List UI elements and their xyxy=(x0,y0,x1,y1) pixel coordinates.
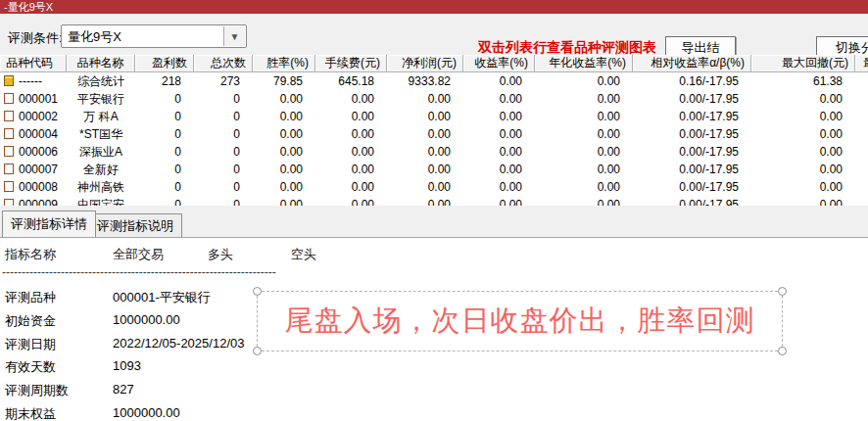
chevron-down-icon: ▼ xyxy=(230,31,240,42)
stock-doc-icon xyxy=(4,146,14,157)
detail-value: 000001-平安银行 xyxy=(113,289,211,306)
table-row-clipped[interactable]: 000009 中国宝安 0 0 0.00 0.00 0.00 0.00 0.00… xyxy=(0,196,868,206)
detail-value: 1093 xyxy=(113,358,141,373)
table-row[interactable]: 000008 神州高铁 0 0 0.00 0.00 0.00 0.00 0.00… xyxy=(0,178,868,196)
detail-col-all-trades: 全部交易 xyxy=(113,246,164,263)
column-header-return[interactable]: 收益率(%) xyxy=(463,55,535,72)
detail-col-long: 多头 xyxy=(208,246,233,263)
table-row[interactable]: 000001 平安银行 0 0 0.00 0.00 0.00 0.00 0.00… xyxy=(0,90,868,108)
bottom-tabbar: 评测指标详情 评测指标说明 xyxy=(0,206,868,237)
resize-handle-bottom-left[interactable] xyxy=(253,347,262,355)
table-row[interactable]: 000002 万 科A 0 0 0.00 0.00 0.00 0.00 0.00… xyxy=(0,108,868,125)
column-header-code[interactable]: 品种代码 xyxy=(0,55,67,72)
detail-value: 827 xyxy=(113,382,134,397)
row-code: ------ xyxy=(19,74,42,88)
stock-doc-icon xyxy=(4,128,14,139)
backtest-window: -量化9号X 评测条件: 量化9号X ▼ 双击列表行查看品种评测图表 导出结果 … xyxy=(0,0,868,421)
condition-label: 评测条件: xyxy=(8,29,63,47)
row-code: 000001 xyxy=(19,92,58,106)
row-name: 中国宝安 xyxy=(67,196,135,206)
stock-doc-icon xyxy=(4,111,14,121)
detail-value: 1000000.00 xyxy=(113,405,180,420)
tab-indicator-explanation[interactable]: 评测指标说明 xyxy=(88,213,182,237)
annotation-text[interactable]: 尾盘入场，次日收盘价出，胜率回测 xyxy=(258,292,782,351)
detail-label: 期末权益 xyxy=(5,405,56,421)
results-table: 品种代码 品种名称 盈利数 总次数 胜率(%) 手续费(元) 净利润(元) 收益… xyxy=(0,55,868,206)
row-name: 神州高铁 xyxy=(67,178,135,196)
row-name: 全新好 xyxy=(67,161,135,178)
detail-value: 1000000.00 xyxy=(113,312,180,327)
column-header-winrate[interactable]: 胜率(%) xyxy=(253,55,315,72)
resize-handle-top-left[interactable] xyxy=(253,287,262,296)
row-name: 综合统计 xyxy=(67,72,135,90)
detail-col-indicator-name: 指标名称 xyxy=(5,246,56,263)
detail-label: 初始资金 xyxy=(5,312,56,330)
condition-combobox[interactable]: 量化9号X ▼ xyxy=(61,24,247,48)
detail-separator: ----------------------------------------… xyxy=(2,265,366,279)
row-name: *ST国华 xyxy=(67,125,135,143)
table-row[interactable]: 000004 *ST国华 0 0 0.00 0.00 0.00 0.00 0.0… xyxy=(0,125,868,143)
stock-doc-icon xyxy=(4,199,14,206)
column-header-name[interactable]: 品种名称 xyxy=(67,55,135,72)
table-row[interactable]: 000006 深振业A 0 0 0.00 0.00 0.00 0.00 0.00… xyxy=(0,143,868,161)
row-code: 000006 xyxy=(19,145,58,159)
toolbar: 评测条件: 量化9号X ▼ 双击列表行查看品种评测图表 导出结果 切换分析 xyxy=(0,14,868,55)
stock-doc-icon xyxy=(4,164,14,174)
row-code: 000007 xyxy=(19,163,58,176)
column-header-fees[interactable]: 手续费(元) xyxy=(315,55,387,72)
combobox-dropdown-button[interactable]: ▼ xyxy=(223,26,245,46)
summary-folder-icon xyxy=(4,75,14,86)
condition-combobox-value: 量化9号X xyxy=(68,28,121,46)
detail-label: 有效天数 xyxy=(5,358,56,376)
detail-label: 评测品种 xyxy=(5,289,56,306)
detail-label: 评测日期 xyxy=(5,336,56,353)
column-header-total[interactable]: 总次数 xyxy=(194,55,253,72)
resize-handle-bottom-right[interactable] xyxy=(778,347,787,355)
stock-doc-icon xyxy=(4,93,14,104)
column-header-clipped[interactable]: 最 xyxy=(855,55,868,72)
table-row[interactable]: 000007 全新好 0 0 0.00 0.00 0.00 0.00 0.00 … xyxy=(0,161,868,178)
annotation-selection-box[interactable]: 尾盘入场，次日收盘价出，胜率回测 xyxy=(257,291,783,351)
results-table-header: 品种代码 品种名称 盈利数 总次数 胜率(%) 手续费(元) 净利润(元) 收益… xyxy=(0,55,868,72)
window-titlebar[interactable]: -量化9号X xyxy=(0,0,868,14)
column-header-annualreturn[interactable]: 年化收益率(%) xyxy=(535,55,633,72)
column-header-alphabeta[interactable]: 相对收益率α/β(%) xyxy=(633,55,751,72)
detail-value: 2022/12/05-2025/12/03 xyxy=(113,336,244,351)
stock-doc-icon xyxy=(4,181,14,192)
row-code: 000008 xyxy=(19,180,58,194)
tab-indicator-details[interactable]: 评测指标详情 xyxy=(2,210,96,237)
detail-label: 评测周期数 xyxy=(5,382,69,399)
column-header-maxdrawdown[interactable]: 最大回撤(元) xyxy=(751,55,855,72)
detail-col-short: 空头 xyxy=(291,246,316,263)
row-code: 000009 xyxy=(19,198,58,206)
column-header-wins[interactable]: 盈利数 xyxy=(135,55,194,72)
row-name: 深振业A xyxy=(67,143,135,161)
column-header-netprofit[interactable]: 净利润(元) xyxy=(387,55,463,72)
table-row-summary[interactable]: ------ 综合统计 218 273 79.85 645.18 9333.82… xyxy=(0,72,868,90)
row-code: 000004 xyxy=(19,127,58,141)
row-name: 万 科A xyxy=(67,108,135,125)
resize-handle-top-right[interactable] xyxy=(778,287,787,296)
row-name: 平安银行 xyxy=(67,90,135,108)
row-code: 000002 xyxy=(19,110,58,123)
window-title: -量化9号X xyxy=(4,1,53,13)
